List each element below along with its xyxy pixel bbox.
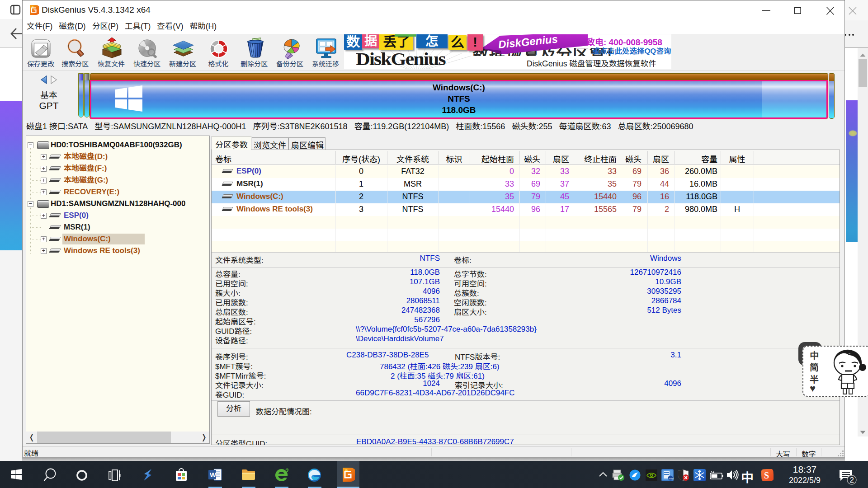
svg-text:intel: intel: [669, 477, 674, 480]
svg-text:S: S: [764, 470, 769, 480]
svg-text:W: W: [210, 471, 217, 479]
svg-text:2: 2: [850, 476, 854, 484]
